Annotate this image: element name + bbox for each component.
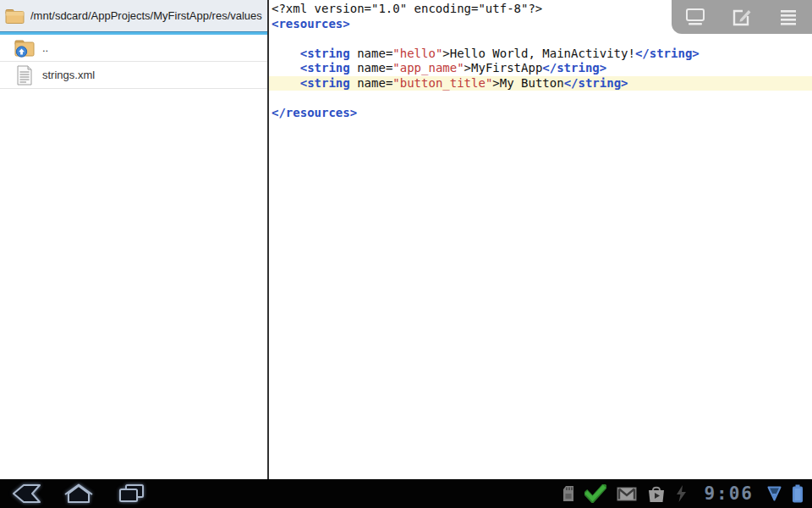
code-token: <resources> [272, 17, 350, 30]
signal-icon [767, 486, 782, 501]
code-token: </resources> [272, 106, 357, 119]
code-line[interactable]: <string name="button_title">My Button</s… [269, 76, 812, 91]
device-screen-button[interactable] [674, 2, 716, 32]
file-list: .. [0, 35, 267, 479]
menu-icon [778, 8, 798, 26]
home-button[interactable] [63, 482, 95, 505]
code-token: <string [300, 47, 350, 60]
screen: /mnt/sdcard/AppProjects/MyFirstApp/res/v… [0, 0, 812, 508]
code-token: <string [300, 61, 350, 75]
file-row-parent-dir[interactable]: .. [0, 35, 267, 62]
recent-apps-icon [116, 483, 146, 505]
sd-card-icon [562, 485, 574, 502]
code-token: >My Button [492, 76, 563, 90]
code-token: >MyFirstApp [464, 61, 543, 75]
code-line[interactable] [272, 91, 812, 106]
market-icon [647, 485, 666, 503]
code-token: "hello" [392, 47, 442, 60]
charging-icon [676, 485, 687, 502]
home-icon [63, 483, 95, 505]
file-name: strings.xml [42, 69, 95, 81]
code-token: "app_name" [392, 61, 464, 75]
code-area[interactable]: <?xml version="1.0" encoding="utf-8"?><r… [269, 0, 812, 479]
code-token: "button_title" [392, 76, 492, 90]
code-line[interactable]: <string name="hello">Hello World, MainAc… [272, 47, 812, 62]
code-token: name= [350, 76, 393, 90]
code-line[interactable]: </resources> [272, 106, 812, 121]
folder-up-icon [14, 37, 36, 59]
path-header[interactable]: /mnt/sdcard/AppProjects/MyFirstApp/res/v… [0, 0, 267, 31]
code-token [272, 47, 300, 60]
recent-apps-button[interactable] [115, 482, 147, 505]
code-token: name= [350, 47, 393, 60]
code-token: </string> [564, 76, 628, 90]
file-row-strings-xml[interactable]: strings.xml [0, 62, 267, 89]
usb-debug-check-icon [584, 484, 606, 503]
editor-panel: <?xml version="1.0" encoding="utf-8"?><r… [269, 0, 812, 479]
back-icon [10, 483, 42, 505]
xml-document-icon [14, 64, 36, 86]
app-area: /mnt/sdcard/AppProjects/MyFirstApp/res/v… [0, 0, 812, 479]
code-token: </string> [635, 47, 700, 60]
edit-icon [732, 7, 752, 27]
device-screen-icon [684, 7, 706, 27]
back-button[interactable] [10, 482, 42, 505]
code-token: </string> [542, 61, 606, 75]
nav-buttons [0, 482, 147, 505]
code-token: name= [350, 61, 393, 75]
clock: 9:06 [704, 483, 754, 504]
code-token [272, 61, 300, 75]
code-token: >Hello World, MainActivity! [442, 47, 635, 60]
editor-toolbar [672, 0, 812, 34]
code-token: <?xml version="1.0" encoding="utf-8"?> [272, 2, 542, 15]
code-token [272, 76, 300, 90]
code-token: <string [300, 76, 350, 90]
folder-icon [5, 8, 25, 25]
code-line[interactable]: <string name="app_name">MyFirstApp</stri… [272, 61, 812, 76]
menu-button[interactable] [767, 2, 809, 32]
file-name: .. [42, 41, 48, 54]
status-area[interactable]: 9:06 [562, 483, 812, 504]
system-bar: 9:06 [0, 479, 812, 508]
current-path: /mnt/sdcard/AppProjects/MyFirstApp/res/v… [30, 9, 262, 22]
gmail-icon [617, 487, 637, 501]
file-browser-panel: /mnt/sdcard/AppProjects/MyFirstApp/res/v… [0, 0, 267, 479]
battery-icon [792, 484, 804, 503]
edit-button[interactable] [721, 2, 763, 32]
